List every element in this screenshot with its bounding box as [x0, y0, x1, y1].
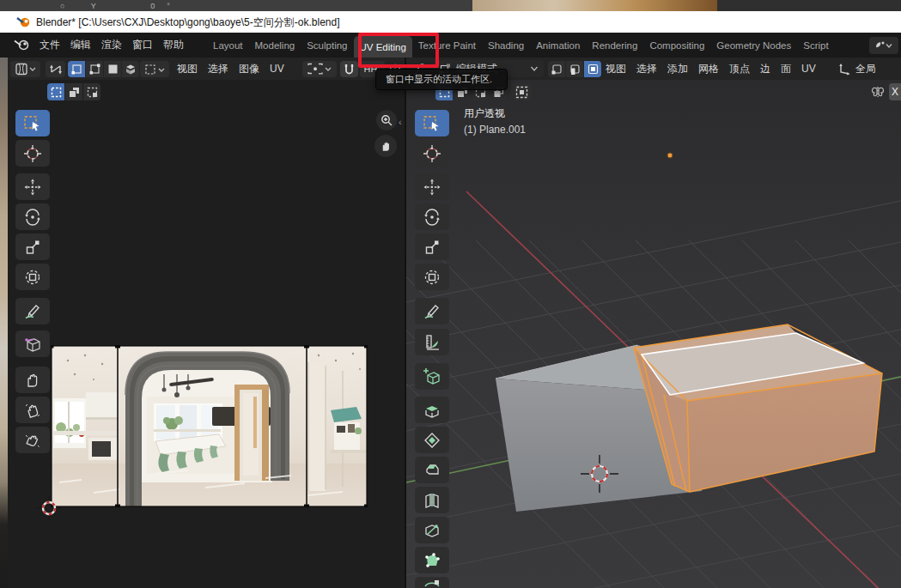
uv-tool-scale[interactable] [15, 233, 50, 260]
blender-logo-icon [16, 15, 31, 29]
menu-window[interactable]: 窗口 [127, 38, 158, 52]
uv-menu-view[interactable]: 视图 [172, 62, 203, 76]
vp-orientation-label: 全局 [855, 62, 876, 76]
uv-marquee-subtract-button[interactable] [83, 83, 100, 100]
vp-menu-mesh[interactable]: 网格 [693, 62, 724, 76]
uv-select-face-button[interactable] [104, 61, 121, 77]
vp-menu-vertex[interactable]: 顶点 [724, 62, 755, 76]
tab-layout[interactable]: Layout [207, 33, 249, 58]
menu-edit[interactable]: 编辑 [65, 38, 96, 52]
tab-geometry-nodes[interactable]: Geometry Nodes [710, 33, 797, 58]
tab-compositing[interactable]: Compositing [643, 33, 710, 58]
menu-file[interactable]: 文件 [34, 38, 65, 52]
vp-menu-select[interactable]: 选择 [631, 62, 662, 76]
tab-shading[interactable]: Shading [482, 33, 530, 58]
scene-selector-button[interactable] [869, 37, 898, 54]
vp-tool-cursor[interactable] [415, 140, 449, 167]
uv-menu-select[interactable]: 选择 [203, 62, 234, 76]
uv-pivot-dropdown[interactable] [302, 61, 337, 77]
vp-select-mode-group [548, 61, 601, 77]
uv-pan-gizmo[interactable] [374, 135, 397, 157]
annotation-highlight-box [358, 33, 439, 68]
vp-menu-edge[interactable]: 边 [755, 62, 776, 76]
title-bar[interactable]: Blender* [C:\Users\CXJ\Desktop\gong\baoy… [0, 11, 901, 33]
object-origin-dot [667, 153, 673, 158]
tab-animation[interactable]: Animation [530, 33, 586, 58]
background-window-strip: ○ Y 0° [0, 0, 901, 11]
vp-tool-bevel[interactable] [415, 457, 449, 483]
vp-tool-extrude[interactable] [415, 397, 449, 423]
desktop-sliver [0, 58, 8, 588]
uv-tool-relax[interactable] [15, 397, 50, 423]
uv-tool-annotate[interactable] [15, 298, 50, 324]
tab-script[interactable]: Script [797, 33, 834, 58]
tab-rendering[interactable]: Rendering [586, 33, 643, 58]
viewport-canvas[interactable]: 用户透视 (1) Plane.001 [406, 80, 901, 588]
viewport-object-label: (1) Plane.001 [464, 124, 526, 136]
menubar: 文件 编辑 渲染 窗口 帮助 Layout Modeling Sculpting… [0, 33, 901, 58]
blender-logo-small-icon[interactable] [14, 39, 30, 52]
vp-tool-inset[interactable] [415, 427, 449, 453]
pan-hand-icon [380, 140, 393, 153]
symmetry-butterfly-icon[interactable] [870, 85, 887, 99]
vp-tool-loop-cut[interactable] [415, 487, 449, 513]
uv-zoom-gizmo[interactable] [376, 110, 397, 130]
uv-menu-uv[interactable]: UV [265, 63, 289, 75]
uv-select-edge-button[interactable] [86, 61, 103, 77]
vp-transform-gizmos-button[interactable] [511, 83, 532, 100]
uv-tool-transform[interactable] [15, 264, 50, 290]
vp-select-face-button[interactable] [584, 61, 601, 77]
magnifier-icon [380, 114, 393, 126]
uv-editor-type-button[interactable] [10, 61, 40, 77]
uv-select-island-button[interactable] [122, 61, 139, 77]
editor-splitter[interactable] [405, 58, 406, 588]
vp-tool-knife[interactable] [415, 517, 449, 543]
vp-menu-face[interactable]: 面 [776, 62, 796, 76]
region-corner-arrow[interactable]: ‹ [399, 117, 402, 127]
vp-tool-measure[interactable] [415, 329, 449, 355]
tooltip-text: 窗口中显示的活动工作区. [386, 73, 492, 86]
vp-tool-add-cube[interactable] [415, 363, 449, 390]
uv-menu-image[interactable]: 图像 [234, 62, 265, 76]
vp-tool-rotate[interactable] [415, 203, 449, 230]
mirror-x-label: X [892, 86, 898, 98]
vp-tool-annotate[interactable] [415, 298, 449, 324]
vp-menu-view[interactable]: 视图 [600, 62, 631, 76]
vp-orientation-dropdown[interactable]: 全局 [837, 60, 901, 77]
uv-tool-pinch[interactable] [15, 427, 50, 453]
scene-droplets-icon [873, 39, 895, 52]
vp-tool-poly-build[interactable] [415, 547, 449, 573]
vp-tool-select-box[interactable] [415, 110, 449, 136]
viewport-view-label: 用户透视 [464, 106, 505, 121]
uv-tool-rip-region[interactable] [15, 330, 50, 357]
mirror-x-button[interactable]: X [889, 83, 901, 100]
uv-tool-move[interactable] [15, 173, 50, 200]
uv-tool-grab[interactable] [15, 367, 50, 393]
vp-menu-add[interactable]: 添加 [662, 62, 693, 76]
vp-tool-scale[interactable] [415, 233, 449, 260]
uv-tool-select-box[interactable] [15, 110, 50, 136]
menu-render[interactable]: 渲染 [96, 38, 127, 52]
uv-marquee-mode-group [47, 83, 100, 100]
vp-select-edge-button[interactable] [566, 61, 583, 77]
uv-sync-toggle[interactable] [46, 61, 65, 77]
uv-snap-toggle[interactable] [340, 61, 358, 77]
window-title: Blender* [C:\Users\CXJ\Desktop\gong\baoy… [36, 15, 340, 30]
uv-sticky-select-dropdown[interactable] [140, 61, 169, 77]
menu-help[interactable]: 帮助 [158, 38, 189, 52]
vp-select-vertex-button[interactable] [548, 61, 565, 77]
vp-tool-transform[interactable] [415, 264, 449, 290]
tab-modeling[interactable]: Modeling [249, 33, 301, 58]
uv-select-mode-group [68, 61, 139, 77]
tab-sculpting[interactable]: Sculpting [301, 33, 353, 58]
vp-tool-move[interactable] [415, 173, 449, 200]
uv-tool-cursor[interactable] [15, 140, 50, 167]
uv-marquee-set-button[interactable] [47, 83, 64, 100]
uv-tool-rotate[interactable] [15, 203, 50, 230]
vp-tool-spin[interactable] [415, 577, 449, 588]
vp-menu-uv[interactable]: UV [796, 63, 821, 75]
uv-image[interactable] [51, 345, 368, 507]
workspace-tooltip: 窗口中显示的活动工作区. [375, 69, 508, 90]
uv-marquee-extend-button[interactable] [65, 83, 82, 100]
uv-select-vertex-button[interactable] [68, 61, 85, 77]
